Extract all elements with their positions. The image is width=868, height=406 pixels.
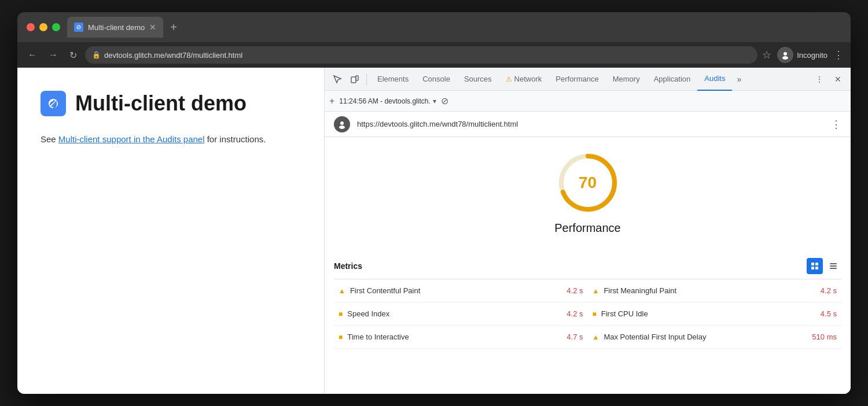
devtools-tabs: Elements Console Sources ⚠ Network Perfo… [370, 68, 810, 91]
reload-button[interactable]: ↻ [66, 47, 80, 63]
audit-url: https://devtools.glitch.me/wndt78/multic… [357, 120, 824, 128]
close-button[interactable] [27, 23, 35, 31]
score-circle: 70 [556, 151, 620, 215]
metric-max-potential-fid: ▲ Max Potential First Input Delay 510 ms [588, 326, 842, 349]
forward-button[interactable]: → [45, 47, 61, 62]
metric-time-to-interactive: ■ Time to Interactive 4.7 s [334, 326, 588, 349]
dropdown-arrow[interactable]: ▾ [433, 97, 436, 105]
list-view-button[interactable] [825, 258, 841, 274]
metric-value-fcp: 4.2 s [567, 286, 583, 295]
devtools-tab-actions: ⋮ ✕ [811, 71, 846, 87]
metrics-header: Metrics [334, 253, 841, 279]
page-link[interactable]: Multi-client support in the Audits panel [58, 134, 205, 144]
tab-audits[interactable]: Audits [697, 68, 732, 91]
page-logo [41, 91, 66, 116]
tab-close-button[interactable]: ✕ [149, 23, 156, 32]
svg-point-1 [784, 52, 787, 56]
menu-button[interactable]: ⋮ [833, 49, 844, 61]
more-tabs-button[interactable]: » [732, 75, 746, 84]
incognito-button[interactable]: Incognito [777, 47, 827, 63]
desc-before: See [41, 134, 58, 144]
star-icon[interactable]: ☆ [762, 49, 771, 61]
devtools-panel: Elements Console Sources ⚠ Network Perfo… [324, 68, 851, 394]
svg-rect-11 [815, 263, 818, 265]
devtools-close-button[interactable]: ✕ [830, 71, 846, 87]
traffic-lights [27, 23, 60, 31]
incognito-icon [777, 47, 793, 63]
browser-content: Multi-client demo See Multi-client suppo… [17, 68, 851, 394]
address-input[interactable]: 🔒 devtools.glitch.me/wndt78/multiclient.… [85, 46, 757, 64]
tabs-area: Multi-client demo ✕ + [67, 17, 841, 38]
browser-tab[interactable]: Multi-client demo ✕ [67, 17, 163, 38]
metric-first-cpu-idle: ■ First CPU Idle 4.5 s [588, 302, 842, 326]
audit-url-more-button[interactable]: ⋮ [831, 118, 841, 131]
metrics-section: Metrics [325, 253, 851, 394]
metric-name-si: Speed Index [347, 309, 562, 318]
toolbar-separator [366, 73, 367, 85]
metric-value-tti: 4.7 s [567, 333, 583, 341]
stop-audit-button[interactable]: ⊘ [441, 95, 448, 106]
devtools-toolbar: Elements Console Sources ⚠ Network Perfo… [325, 68, 851, 91]
new-tab-button[interactable]: + [168, 19, 179, 36]
metric-icon-fci: ■ [593, 310, 597, 318]
title-bar: Multi-client demo ✕ + [17, 12, 851, 42]
page-content: Multi-client demo See Multi-client suppo… [17, 68, 324, 394]
page-description: See Multi-client support in the Audits p… [41, 132, 301, 146]
svg-rect-14 [830, 263, 837, 264]
metric-icon-fcp: ▲ [339, 287, 345, 295]
score-value: 70 [579, 174, 597, 192]
page-title: Multi-client demo [75, 91, 247, 116]
device-toolbar-button[interactable] [347, 71, 363, 87]
metric-name-fmp: First Meaningful Paint [604, 286, 815, 295]
tab-elements[interactable]: Elements [370, 68, 415, 91]
page-header: Multi-client demo [41, 91, 301, 116]
metric-icon-tti: ■ [339, 333, 343, 341]
address-bar: ← → ↻ 🔒 devtools.glitch.me/wndt78/multic… [17, 42, 851, 68]
incognito-label: Incognito [797, 51, 827, 60]
metrics-grid: ▲ First Contentful Paint 4.2 s ▲ First M… [334, 279, 841, 349]
back-button[interactable]: ← [24, 47, 41, 62]
maximize-button[interactable] [52, 23, 60, 31]
tab-memory[interactable]: Memory [606, 68, 647, 91]
svg-point-2 [782, 56, 788, 60]
tab-console[interactable]: Console [415, 68, 457, 91]
metric-icon-si: ■ [339, 310, 343, 318]
metric-value-fci: 4.5 s [821, 309, 837, 318]
metric-icon-fid: ▲ [593, 333, 599, 341]
metric-name-fid: Max Potential First Input Delay [604, 333, 807, 341]
inspect-element-button[interactable] [329, 71, 345, 87]
svg-rect-15 [830, 265, 837, 267]
grid-view-button[interactable] [807, 258, 823, 274]
devtools-sub-toolbar: + 11:24:56 AM - devtools.glitch. ▾ ⊘ [325, 91, 851, 112]
metric-first-contentful-paint: ▲ First Contentful Paint 4.2 s [334, 279, 588, 302]
audit-site-icon [334, 116, 350, 132]
metrics-view-toggle [807, 258, 841, 274]
browser-window: Multi-client demo ✕ + ← → ↻ 🔒 devtools.g… [17, 12, 851, 394]
minimize-button[interactable] [39, 23, 47, 31]
add-audit-button[interactable]: + [329, 96, 334, 106]
tab-sources[interactable]: Sources [457, 68, 499, 91]
metric-speed-index: ■ Speed Index 4.2 s [334, 302, 588, 326]
audit-timestamp: 11:24:56 AM - devtools.glitch. ▾ [339, 97, 436, 105]
audit-score-section: 70 Performance [325, 137, 851, 253]
svg-rect-13 [815, 267, 818, 270]
metrics-title: Metrics [334, 261, 362, 271]
metric-value-fmp: 4.2 s [821, 286, 837, 295]
desc-after: for instructions. [205, 134, 266, 144]
devtools-settings-button[interactable]: ⋮ [811, 71, 827, 87]
svg-rect-16 [830, 268, 837, 269]
tab-title: Multi-client demo [88, 23, 145, 32]
audit-url-bar: https://devtools.glitch.me/wndt78/multic… [325, 112, 851, 137]
tab-network[interactable]: ⚠ Network [499, 68, 549, 91]
metric-icon-fmp: ▲ [593, 287, 599, 295]
metric-value-fid: 510 ms [812, 333, 837, 341]
svg-rect-10 [811, 263, 814, 265]
tab-application[interactable]: Application [647, 68, 698, 91]
tab-favicon [74, 23, 83, 32]
svg-rect-5 [356, 76, 358, 80]
address-text: devtools.glitch.me/wndt78/multiclient.ht… [104, 51, 242, 60]
score-label: Performance [554, 222, 621, 235]
tab-performance[interactable]: Performance [549, 68, 605, 91]
metric-value-si: 4.2 s [567, 309, 583, 318]
metric-name-tti: Time to Interactive [347, 333, 562, 341]
